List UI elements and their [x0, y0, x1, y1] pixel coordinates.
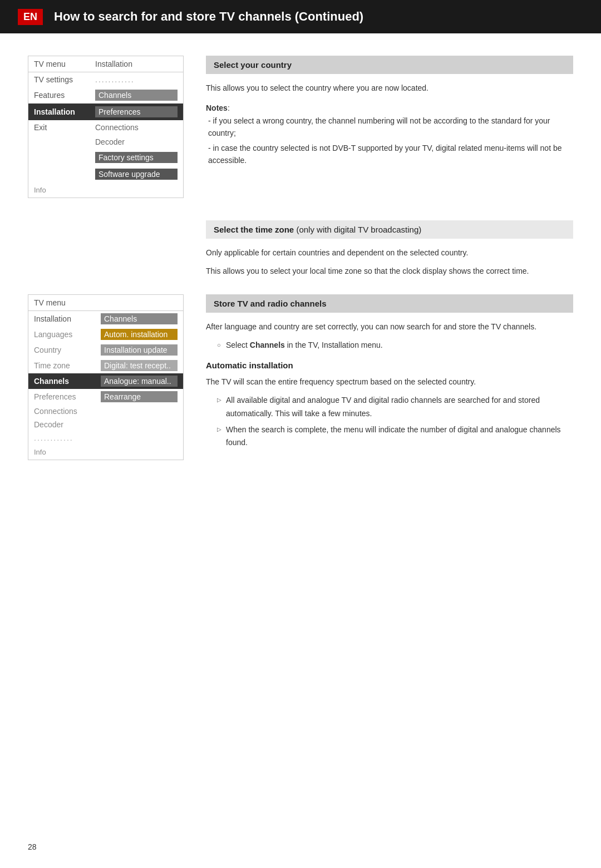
menu1-col2-channels: Channels	[95, 90, 178, 101]
section1-layout: TV menu Installation TV settings .......…	[28, 56, 573, 198]
language-badge: EN	[18, 9, 43, 25]
section2-layout: TV menu Installation Channels Languages …	[28, 294, 573, 460]
main-content: TV menu Installation TV settings .......…	[0, 33, 601, 505]
menu2-col2-rearrange: Rearrange	[101, 391, 178, 402]
menu1-info: Info	[28, 183, 183, 198]
menu1-col2-software: Software upgrade	[95, 169, 178, 180]
menu1-col2-decoder: Decoder	[95, 137, 178, 146]
section2-select-list: Select Channels in the TV, Installation …	[206, 339, 573, 352]
menu2-row-preferences: Preferences Rearrange	[28, 389, 183, 405]
section2-select-item: Select Channels in the TV, Installation …	[217, 339, 573, 352]
timezone-normal: (only with digital TV broadcasting)	[294, 225, 421, 234]
section1-title: Select your country	[206, 56, 573, 74]
menu2-col1-dotted: ............	[34, 433, 101, 442]
menu1-col2-connections: Connections	[95, 123, 178, 132]
menu2-col2-analogue: Analogue: manual..	[101, 376, 178, 387]
menu2-col2-header	[101, 298, 178, 307]
menu1-row-installation: Installation Preferences	[28, 103, 183, 120]
menu1-row-decoder: Decoder	[28, 135, 183, 149]
menu2-col2-install-update: Installation update	[101, 344, 178, 356]
menu2-row-connections: Connections	[28, 405, 183, 418]
menu1-col2-factory: Factory settings	[95, 152, 178, 163]
menu-box-1: TV menu Installation TV settings .......…	[28, 56, 184, 198]
menu1-col1-header: TV menu	[34, 60, 95, 68]
bullet-item-2: When the search is complete, the menu wi…	[217, 423, 573, 449]
menu2-info: Info	[28, 445, 183, 460]
menu1-col1-features: Features	[34, 91, 95, 100]
menu2-row-languages: Languages Autom. installation	[28, 327, 183, 342]
menu2-row-channels-active: Channels Analogue: manual..	[28, 373, 183, 389]
menu1-col2-header: Installation	[95, 60, 178, 68]
menu2-col1-connections: Connections	[34, 407, 101, 416]
menu1-row-software: Software upgrade	[28, 166, 183, 183]
menu2-col1-header: TV menu	[34, 298, 101, 307]
section2-right: Store TV and radio channels After langua…	[206, 294, 573, 460]
timezone-title-bar: Select the time zone (only with digital …	[206, 220, 573, 239]
tv-menu-2: TV menu Installation Channels Languages …	[28, 294, 184, 460]
section2-title: Store TV and radio channels	[206, 294, 573, 313]
section1-right: Select your country This allows you to s…	[206, 56, 573, 198]
menu2-row-installation: Installation Channels	[28, 311, 183, 327]
timezone-section: Select the time zone (only with digital …	[206, 220, 573, 278]
section2-body1: After language and country are set corre…	[206, 320, 573, 333]
page-header: EN How to search for and store TV channe…	[0, 0, 601, 33]
menu2-col1-languages: Languages	[34, 330, 101, 339]
timezone-body2: This allows you to select your local tim…	[206, 265, 573, 278]
page-title: How to search for and store TV channels …	[54, 9, 363, 24]
auto-install-body: The TV will scan the entire frequency sp…	[206, 376, 573, 388]
menu2-col2-autom: Autom. installation	[101, 329, 178, 340]
menu2-row-dotted: ............	[28, 431, 183, 445]
menu1-header-row: TV menu Installation	[28, 56, 183, 72]
section1-body: This allows you to select the country wh…	[206, 82, 573, 94]
timezone-body1: Only applicable for certain countries an…	[206, 246, 573, 259]
notes-block: Notes: - if you select a wrong country, …	[206, 102, 573, 166]
menu1-col2-preferences: Preferences	[95, 106, 178, 117]
menu1-row-exit: Exit Connections	[28, 120, 183, 135]
menu1-row-tvsettings: TV settings ............	[28, 72, 183, 87]
auto-install-title: Automatic installation	[206, 361, 573, 370]
page-number: 28	[28, 842, 37, 851]
menu2-col2-channels-header: Channels	[101, 313, 178, 324]
note-item-2: - in case the country selected is not DV…	[208, 142, 573, 167]
tv-menu-1: TV menu Installation TV settings .......…	[28, 56, 184, 198]
menu2-row-decoder2: Decoder	[28, 418, 183, 431]
menu2-col1-timezone: Time zone	[34, 361, 101, 370]
menu1-row-features: Features Channels	[28, 87, 183, 103]
menu1-row-factory: Factory settings	[28, 149, 183, 166]
menu2-header-row: TV menu	[28, 295, 183, 311]
bullet-item-1: All available digital and analogue TV an…	[217, 394, 573, 420]
menu2-col1-channels: Channels	[34, 377, 101, 386]
menu1-col1-exit: Exit	[34, 123, 95, 132]
menu2-col2-digital: Digital: test recept..	[101, 360, 178, 371]
menu2-col1-country: Country	[34, 346, 101, 354]
menu2-col1-installation: Installation	[34, 314, 101, 323]
menu1-col2-tvsettings: ............	[95, 75, 178, 84]
timezone-bold: Select the time zone	[214, 225, 294, 234]
auto-install-bullets: All available digital and analogue TV an…	[206, 394, 573, 448]
note-item-1: - if you select a wrong country, the cha…	[208, 115, 573, 140]
notes-label: Notes	[206, 103, 228, 112]
menu2-col1-decoder2: Decoder	[34, 420, 101, 429]
menu1-col1-installation: Installation	[34, 107, 95, 116]
menu2-row-country: Country Installation update	[28, 342, 183, 358]
menu2-row-timezone: Time zone Digital: test recept..	[28, 358, 183, 373]
channels-bold: Channels	[250, 341, 285, 349]
menu2-col1-preferences: Preferences	[34, 392, 101, 401]
menu-box-2: TV menu Installation Channels Languages …	[28, 294, 184, 460]
menu1-col1-tvsettings: TV settings	[34, 75, 95, 84]
